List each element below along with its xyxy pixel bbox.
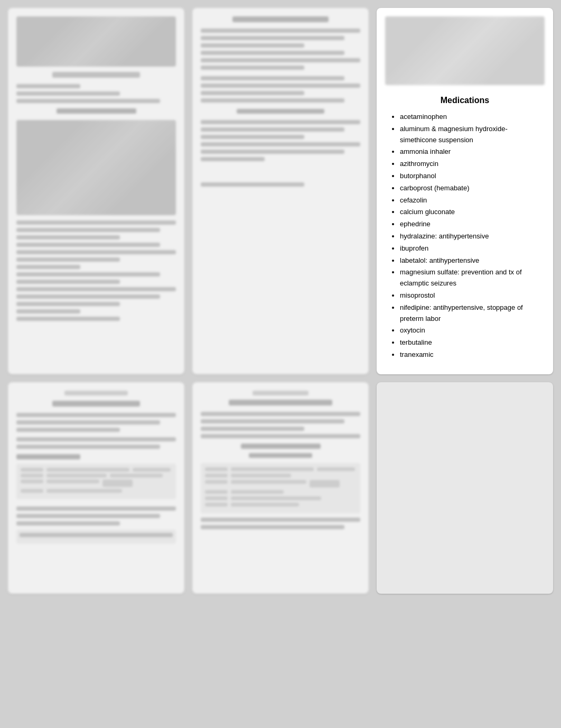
- card1-line2: [16, 91, 120, 96]
- card4-footer-box: [16, 530, 176, 543]
- card2-section2: [201, 76, 360, 103]
- card-medications: Medications acetaminophenaluminum & magn…: [377, 8, 553, 374]
- medication-item: azithromycin: [400, 159, 543, 170]
- card2-section4: [201, 182, 360, 187]
- medication-item: acetaminophen: [400, 112, 543, 123]
- medication-item: ammonia inhaler: [400, 146, 543, 158]
- card2-title-line: [232, 16, 328, 22]
- medication-item: aluminum & magnesium hydroxide-simethico…: [400, 124, 543, 146]
- card5-sub: [201, 444, 360, 458]
- card4-subtitle: [16, 454, 176, 459]
- card2-section3: [201, 120, 360, 161]
- card5-footer: [201, 518, 360, 529]
- medication-item: labetalol: antihypertensive: [400, 255, 543, 266]
- card1-image: [16, 16, 176, 67]
- card4-footer: [16, 506, 176, 526]
- medication-item: hydralazine: antihypertensive: [400, 231, 543, 242]
- card-prenatal: [8, 382, 184, 594]
- card1-extra-lines: [16, 220, 176, 321]
- card4-table: [16, 464, 176, 499]
- card4-text2: [16, 437, 176, 449]
- medication-item: calcium gluconate: [400, 207, 543, 218]
- medication-item: ephedrine: [400, 219, 543, 230]
- card4-text1: [16, 413, 176, 432]
- medication-item: ibuprofen: [400, 243, 543, 254]
- medications-title: Medications: [387, 96, 543, 105]
- card1-blurred-title: [52, 72, 140, 78]
- medications-section: Medications acetaminophenaluminum & magn…: [385, 91, 545, 366]
- card3-top-image: [385, 16, 545, 85]
- card-empty: [377, 382, 553, 594]
- medications-list: acetaminophenaluminum & magnesium hydrox…: [387, 112, 543, 361]
- main-grid: Medications acetaminophenaluminum & magn…: [8, 8, 553, 594]
- card1-section-image: [16, 120, 176, 215]
- medication-item: terbutaline: [400, 337, 543, 348]
- medication-item: oxytocin: [400, 325, 543, 336]
- card-patient-info: [8, 8, 184, 374]
- medication-item: misoprostol: [400, 290, 543, 301]
- medication-item: nifedipine: antihypertensive, stoppage o…: [400, 302, 543, 325]
- card1-line1: [16, 84, 80, 88]
- card5-table: [201, 463, 360, 513]
- card-assessment: [192, 382, 369, 594]
- medication-item: cefazolin: [400, 195, 543, 206]
- card1-section: [16, 108, 176, 321]
- card2-section1: [201, 29, 360, 70]
- card1-section-title: [57, 108, 136, 114]
- medication-item: carboprost (hemabate): [400, 183, 543, 194]
- medication-item: tranexamic: [400, 349, 543, 361]
- card5-text1: [201, 412, 360, 438]
- medication-item: magnesium sulfate: prevention and tx of …: [400, 267, 543, 289]
- card1-line3: [16, 99, 160, 103]
- card-treatment: [192, 8, 369, 374]
- medication-item: butorphanol: [400, 171, 543, 182]
- card2-subtitle: [201, 109, 360, 114]
